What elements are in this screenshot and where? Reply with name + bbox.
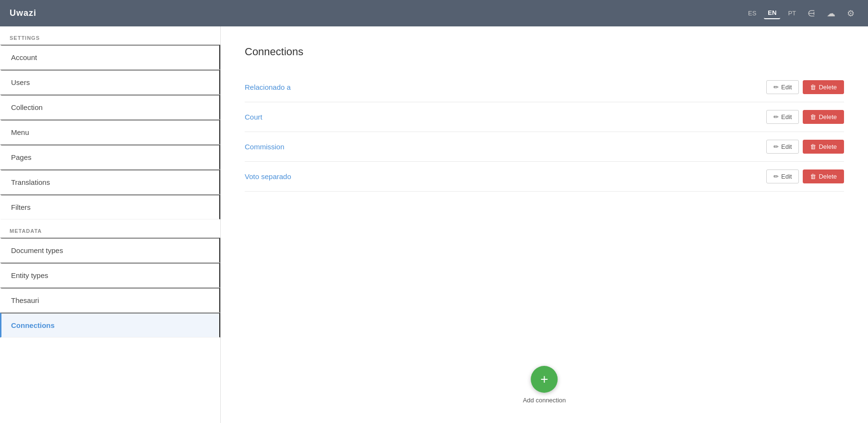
edit-button-2[interactable]: ✏ Edit <box>766 140 799 154</box>
edit-button-1[interactable]: ✏ Edit <box>766 110 799 124</box>
page-title: Connections <box>245 46 844 58</box>
grid-icon[interactable]: ⋳ <box>804 6 819 21</box>
metadata-section-label: METADATA <box>0 219 220 238</box>
connection-row: Commission ✏ Edit 🗑 Delete <box>245 132 844 162</box>
connection-actions-3: ✏ Edit 🗑 Delete <box>766 169 844 183</box>
trash-icon: 🗑 <box>810 84 816 91</box>
navbar: Uwazi ES EN PT ⋳ ☁ ⚙ <box>0 0 868 26</box>
lang-pt[interactable]: PT <box>784 8 800 19</box>
pencil-icon: ✏ <box>773 143 779 150</box>
edit-button-3[interactable]: ✏ Edit <box>766 169 799 183</box>
sidebar-item-filters[interactable]: Filters <box>0 194 220 219</box>
pencil-icon: ✏ <box>773 113 779 121</box>
pencil-icon: ✏ <box>773 84 779 91</box>
sidebar-item-collection[interactable]: Collection <box>0 95 220 120</box>
connection-name-2: Commission <box>245 143 766 151</box>
main-layout: SETTINGS Account Users Collection Menu P… <box>0 26 868 423</box>
sidebar: SETTINGS Account Users Collection Menu P… <box>0 26 221 423</box>
connection-actions-0: ✏ Edit 🗑 Delete <box>766 80 844 94</box>
connection-row: Court ✏ Edit 🗑 Delete <box>245 102 844 132</box>
sidebar-item-document-types[interactable]: Document types <box>0 238 220 263</box>
sidebar-item-thesauri[interactable]: Thesauri <box>0 288 220 313</box>
sidebar-item-translations[interactable]: Translations <box>0 169 220 194</box>
connection-name-1: Court <box>245 113 766 121</box>
connection-name-3: Voto separado <box>245 172 766 181</box>
trash-icon: 🗑 <box>810 113 816 121</box>
lang-en[interactable]: EN <box>764 7 780 19</box>
sidebar-item-connections[interactable]: Connections <box>0 313 220 338</box>
trash-icon: 🗑 <box>810 173 816 180</box>
delete-button-3[interactable]: 🗑 Delete <box>803 169 844 183</box>
app-brand: Uwazi <box>10 8 36 18</box>
gear-icon[interactable]: ⚙ <box>843 6 858 21</box>
sidebar-item-users[interactable]: Users <box>0 70 220 95</box>
add-connection-button[interactable]: + <box>531 366 558 393</box>
connection-actions-1: ✏ Edit 🗑 Delete <box>766 110 844 124</box>
content-area: Connections Relacionado a ✏ Edit 🗑 Delet… <box>221 26 868 423</box>
sidebar-item-account[interactable]: Account <box>0 45 220 70</box>
connection-row: Relacionado a ✏ Edit 🗑 Delete <box>245 73 844 102</box>
sidebar-item-pages[interactable]: Pages <box>0 145 220 169</box>
add-connection-area: + Add connection <box>523 366 566 404</box>
settings-section-label: SETTINGS <box>0 26 220 45</box>
cloud-icon[interactable]: ☁ <box>823 6 839 21</box>
sidebar-item-menu[interactable]: Menu <box>0 120 220 145</box>
delete-button-0[interactable]: 🗑 Delete <box>803 80 844 94</box>
connection-actions-2: ✏ Edit 🗑 Delete <box>766 140 844 154</box>
delete-button-2[interactable]: 🗑 Delete <box>803 140 844 154</box>
trash-icon: 🗑 <box>810 143 816 150</box>
edit-button-0[interactable]: ✏ Edit <box>766 80 799 94</box>
sidebar-item-entity-types[interactable]: Entity types <box>0 263 220 288</box>
connection-name-0: Relacionado a <box>245 83 766 91</box>
add-connection-label: Add connection <box>523 397 566 404</box>
delete-button-1[interactable]: 🗑 Delete <box>803 110 844 124</box>
connection-row: Voto separado ✏ Edit 🗑 Delete <box>245 162 844 192</box>
lang-es[interactable]: ES <box>744 8 760 19</box>
navbar-right: ES EN PT ⋳ ☁ ⚙ <box>744 6 858 21</box>
pencil-icon: ✏ <box>773 173 779 180</box>
